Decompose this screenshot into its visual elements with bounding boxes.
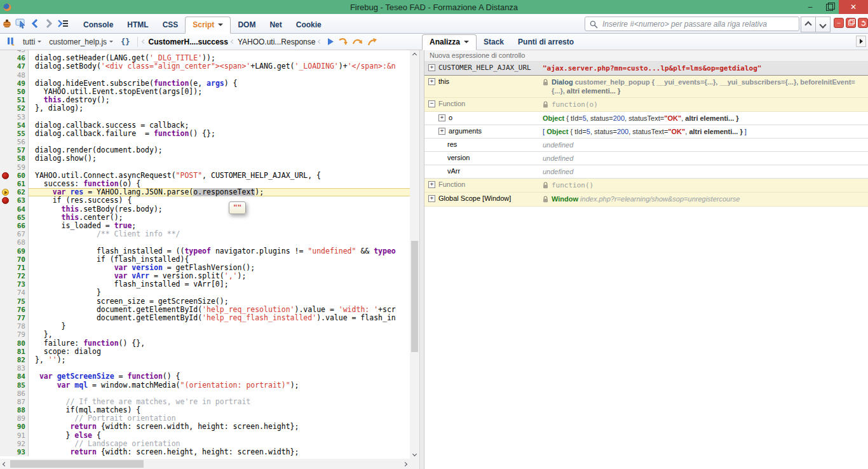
scroll-left-button[interactable]: [0, 459, 10, 469]
tab-net[interactable]: Net: [262, 17, 288, 33]
firebug-menu-button[interactable]: [0, 17, 14, 31]
step-out-button[interactable]: [367, 37, 377, 46]
panel-menu-button[interactable]: [56, 17, 70, 31]
expand-icon[interactable]: +: [428, 195, 435, 202]
step-over-button[interactable]: [352, 37, 363, 46]
breakpoint-gutter-73[interactable]: 73: [0, 280, 29, 289]
breakpoint-gutter-51[interactable]: 51: [0, 96, 29, 104]
breakpoint-gutter-53[interactable]: 53: [0, 113, 29, 121]
watch-row-customer-help-ajax-url[interactable]: +CUSTOMER_HELP_AJAX_URL"ajax.server.php?…: [424, 62, 868, 76]
breakpoint-gutter-58[interactable]: 58: [0, 154, 29, 163]
breakpoint-gutter-79[interactable]: 79: [0, 330, 29, 339]
breakpoint-column[interactable]: [0, 314, 11, 322]
breakpoint-column[interactable]: [0, 154, 11, 163]
breadcrumb-crumb[interactable]: CustomerH....success: [149, 37, 228, 46]
close-button[interactable]: ✕: [839, 0, 868, 14]
breakpoint-gutter-92[interactable]: 92: [0, 440, 29, 448]
breakpoint-column[interactable]: [0, 398, 11, 406]
breakpoint-gutter-85[interactable]: 85: [0, 381, 29, 390]
breakpoint-column[interactable]: [0, 339, 11, 348]
breakpoint-column[interactable]: [0, 88, 11, 96]
breakpoint-column[interactable]: [0, 130, 11, 138]
breakpoint-gutter-57[interactable]: 57: [0, 146, 29, 154]
breakpoint-gutter-68[interactable]: 68: [0, 238, 29, 247]
breakpoint-gutter-61[interactable]: 61: [0, 180, 29, 188]
breakpoint-column[interactable]: [0, 146, 11, 154]
breakpoint-gutter-93[interactable]: 93: [0, 448, 29, 456]
breakpoint-gutter-71[interactable]: 71: [0, 264, 29, 272]
breakpoint-column[interactable]: [0, 423, 11, 431]
find-previous-button[interactable]: [801, 17, 816, 32]
breakpoint-column[interactable]: [0, 406, 11, 414]
breakpoint-column[interactable]: [0, 79, 11, 88]
breakpoint-gutter-62[interactable]: 62: [0, 188, 29, 196]
tab-dom[interactable]: DOM: [231, 17, 262, 33]
breakpoint-column[interactable]: [0, 71, 11, 79]
script-filter-dropdown[interactable]: tutti: [20, 36, 44, 48]
breakpoint-column[interactable]: [0, 230, 11, 238]
panel-splitter[interactable]: [419, 50, 424, 469]
breakpoint-gutter-56[interactable]: 56: [0, 138, 29, 146]
breakpoint-gutter-83[interactable]: 83: [0, 364, 29, 372]
breakpoint-gutter-84[interactable]: 84: [0, 372, 29, 381]
watch-row-varr[interactable]: vArrundefined: [424, 165, 868, 179]
search-input[interactable]: [601, 19, 799, 29]
tab-cookie[interactable]: Cookie: [289, 17, 329, 33]
breakpoint-gutter-74[interactable]: 74: [0, 289, 29, 297]
watch-row-res[interactable]: resundefined: [424, 139, 868, 152]
breakpoint-column[interactable]: [0, 414, 11, 423]
breakpoint-gutter-89[interactable]: 89: [0, 414, 29, 423]
breakpoint-gutter-80[interactable]: 80: [0, 339, 29, 348]
breakpoint-gutter-87[interactable]: 87: [0, 398, 29, 406]
breakpoint-gutter-67[interactable]: 67: [0, 230, 29, 238]
scroll-up-button[interactable]: [410, 50, 419, 60]
breakpoint-column[interactable]: [0, 381, 11, 390]
breakpoint-column[interactable]: [0, 96, 11, 104]
breakpoint-column[interactable]: [0, 222, 11, 230]
script-file-dropdown[interactable]: customer_help.js: [46, 36, 116, 48]
forward-button[interactable]: [42, 17, 56, 31]
breakpoint-gutter-77[interactable]: 77: [0, 314, 29, 322]
side-tab-stack[interactable]: Stack: [477, 35, 511, 50]
breakpoint-gutter-72[interactable]: 72: [0, 272, 29, 280]
breakpoint-gutter-69[interactable]: 69: [0, 247, 29, 255]
expand-icon[interactable]: +: [428, 181, 435, 188]
new-watch-expression[interactable]: Nuova espressione di controllo: [424, 50, 868, 62]
breakpoint-column[interactable]: [0, 364, 11, 372]
breakpoint-column[interactable]: [0, 180, 11, 188]
breakpoint-gutter-48[interactable]: 48: [0, 71, 29, 79]
breakpoint-column[interactable]: [0, 280, 11, 289]
vertical-scroll-thumb[interactable]: [411, 241, 418, 352]
back-button[interactable]: [28, 17, 42, 31]
horizontal-scrollbar[interactable]: [0, 459, 410, 469]
watch-row-this[interactable]: +thisDialog customer_help_popup { __yui_…: [424, 76, 868, 98]
watch-row-o[interactable]: +oObject { tId=5, status=200, statusText…: [424, 112, 868, 125]
tab-css[interactable]: CSS: [156, 17, 186, 33]
inspect-button[interactable]: [14, 17, 28, 31]
breakpoint-column[interactable]: [0, 356, 11, 364]
breakpoint-gutter-65[interactable]: 65: [0, 214, 29, 222]
breakpoint-gutter-81[interactable]: 81: [0, 348, 29, 356]
minimize-button[interactable]: –: [801, 0, 820, 14]
side-tab-punti-di-arresto[interactable]: Punti di arresto: [511, 35, 581, 50]
breakpoint-column[interactable]: [0, 255, 11, 264]
expand-icon[interactable]: +: [428, 78, 435, 85]
breakpoint-gutter-86[interactable]: 86: [0, 390, 29, 398]
breakpoint-column[interactable]: [0, 104, 11, 112]
firebug-detach-button[interactable]: [846, 18, 856, 28]
breakpoint-gutter-88[interactable]: 88: [0, 406, 29, 414]
step-into-button[interactable]: [338, 37, 348, 46]
breakpoint-column[interactable]: [0, 54, 11, 62]
breakpoint-column[interactable]: [0, 188, 11, 196]
breakpoint-column[interactable]: [0, 440, 11, 448]
breakpoint-column[interactable]: [0, 432, 11, 440]
breakpoint-gutter-90[interactable]: 90: [0, 423, 29, 431]
scroll-right-button[interactable]: [400, 459, 410, 469]
breakpoint-gutter-66[interactable]: 66: [0, 222, 29, 230]
breakpoint-column[interactable]: [0, 448, 11, 456]
vertical-scrollbar[interactable]: [410, 50, 419, 459]
pretty-print-button[interactable]: {}: [118, 37, 132, 46]
breakpoint-gutter-63[interactable]: 63: [0, 196, 29, 205]
breakpoint-gutter-82[interactable]: 82: [0, 356, 29, 364]
breakpoint-gutter-54[interactable]: 54: [0, 121, 29, 130]
